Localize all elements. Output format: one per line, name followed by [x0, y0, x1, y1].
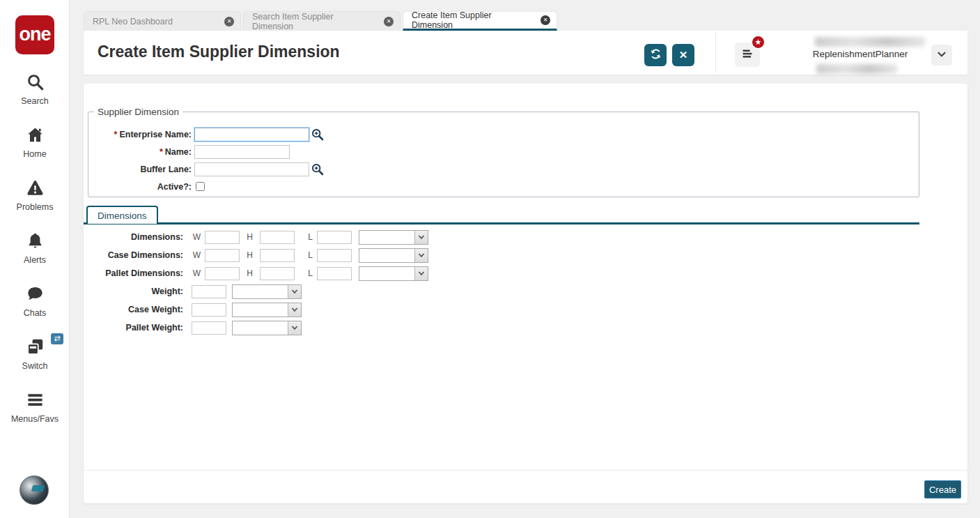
- dimensions-uom-select[interactable]: [359, 230, 428, 245]
- case-weight-label: Case Weight:: [84, 305, 183, 314]
- dimensions-height-input[interactable]: [260, 231, 295, 244]
- pallet-dimensions-length-input[interactable]: [317, 267, 352, 280]
- sidebar-item-alerts[interactable]: Alerts: [0, 231, 70, 265]
- case-dimensions-length-input[interactable]: [317, 249, 352, 262]
- tab-search-item-supplier-dimension[interactable]: Search Item Supplier Dimension ✕: [243, 11, 400, 31]
- width-axis-label: W: [192, 232, 201, 242]
- bell-icon: [26, 231, 45, 253]
- pallet-dimensions-label: Pallet Dimensions:: [84, 268, 183, 278]
- weight-label: Weight:: [84, 287, 183, 296]
- pallet-weight-uom-select[interactable]: [232, 321, 302, 335]
- buffer-lane-row: Buffer Lane:: [88, 162, 919, 176]
- width-axis-label: W: [192, 268, 201, 278]
- sidebar-item-label: Chats: [24, 308, 47, 318]
- select-value: [359, 249, 414, 262]
- height-axis-label: H: [245, 250, 254, 260]
- pallet-weight-input[interactable]: [192, 321, 226, 335]
- tab-label: RPL Neo Dashboard: [93, 17, 173, 26]
- page-header: Create Item Supplier Dimension ✕ ★ Reple…: [84, 31, 967, 75]
- home-icon: [26, 125, 45, 147]
- tab-underline: [84, 222, 919, 224]
- tab-label: Create Item Supplier Dimension: [412, 10, 531, 30]
- workspace-tabbar: RPL Neo Dashboard ✕ Search Item Supplier…: [84, 11, 559, 31]
- pallet-dimensions-uom-select[interactable]: [359, 266, 428, 281]
- tab-create-item-supplier-dimension[interactable]: Create Item Supplier Dimension ✕: [403, 11, 557, 31]
- sidebar-nav: Search Home Problems Alerts Chats: [0, 73, 70, 443]
- redacted-user-name: [815, 37, 925, 47]
- sidebar-item-label: Problems: [17, 202, 54, 212]
- length-axis-label: L: [306, 250, 315, 260]
- dimensions-length-input[interactable]: [317, 231, 352, 244]
- sidebar-item-label: Switch: [22, 361, 48, 371]
- buffer-lane-lookup-magnifier-icon[interactable]: [311, 163, 324, 176]
- tab-close-icon[interactable]: ✕: [224, 17, 234, 26]
- page-title: Create Item Supplier Dimension: [98, 43, 340, 61]
- select-chevron-icon: [414, 267, 428, 280]
- pallet-dimensions-row: Pallet Dimensions: W H L: [84, 264, 919, 282]
- sidebar-item-chats[interactable]: Chats: [0, 284, 70, 318]
- tab-rpl-neo-dashboard[interactable]: RPL Neo Dashboard ✕: [84, 11, 241, 31]
- sidebar-item-switch[interactable]: Switch ⇄: [0, 337, 70, 371]
- tab-close-icon[interactable]: ✕: [540, 15, 550, 25]
- case-dimensions-height-input[interactable]: [260, 249, 295, 262]
- chevron-down-icon: [935, 48, 948, 63]
- dimensions-tab-label: Dimensions: [98, 211, 147, 221]
- active-checkbox[interactable]: [196, 182, 205, 191]
- select-chevron-icon: [414, 231, 428, 244]
- supplier-dimension-legend: Supplier Dimension: [94, 107, 182, 117]
- required-marker: *: [114, 130, 118, 139]
- case-dimensions-uom-select[interactable]: [359, 248, 428, 263]
- name-label: *Name:: [88, 147, 192, 157]
- tab-close-icon[interactable]: ✕: [384, 17, 394, 26]
- height-axis-label: H: [245, 232, 254, 242]
- enterprise-name-input[interactable]: [194, 128, 309, 142]
- enterprise-lookup-magnifier-icon[interactable]: [311, 128, 324, 141]
- dimensions-width-input[interactable]: [205, 231, 240, 244]
- case-dimensions-width-input[interactable]: [205, 249, 240, 262]
- ai-assistant-avatar-icon[interactable]: [20, 475, 49, 505]
- enterprise-name-row: *Enterprise Name:: [88, 127, 919, 142]
- user-menu-dropdown-button[interactable]: [931, 45, 952, 66]
- sidebar-item-label: Alerts: [24, 255, 46, 265]
- tab-label: Search Item Supplier Dimension: [252, 12, 374, 31]
- weight-input[interactable]: [192, 285, 226, 298]
- refresh-button[interactable]: [644, 44, 667, 66]
- pallet-dimensions-width-input[interactable]: [205, 267, 240, 280]
- name-input[interactable]: [194, 145, 290, 159]
- star-badge-icon: ★: [751, 35, 765, 49]
- refresh-icon: [649, 47, 662, 63]
- select-chevron-icon: [288, 303, 301, 317]
- active-label: Active?:: [88, 182, 192, 192]
- weight-uom-select[interactable]: [232, 284, 302, 299]
- close-page-button[interactable]: ✕: [672, 44, 694, 66]
- dimensions-form: Dimensions: W H L Case Dimensions: W H L: [84, 228, 919, 337]
- sidebar-item-home[interactable]: Home: [0, 125, 70, 159]
- one-logo[interactable]: one: [15, 15, 54, 54]
- buffer-lane-input[interactable]: [194, 162, 309, 176]
- sidebar: one Search Home Problems Alerts: [0, 0, 70, 518]
- user-role-label: ReplenishmentPlanner: [794, 49, 926, 59]
- name-row: *Name:: [88, 144, 919, 159]
- sidebar-item-search[interactable]: Search: [0, 73, 70, 106]
- swap-arrows-badge-icon[interactable]: ⇄: [51, 333, 63, 344]
- chat-bubble-icon: [26, 284, 45, 306]
- case-weight-uom-select[interactable]: [232, 303, 302, 317]
- case-weight-row: Case Weight:: [84, 300, 919, 319]
- case-weight-input[interactable]: [192, 303, 226, 317]
- tab-dimensions[interactable]: Dimensions: [86, 206, 158, 224]
- close-icon: ✕: [679, 49, 688, 61]
- search-icon: [26, 73, 45, 94]
- enterprise-name-label: *Enterprise Name:: [88, 130, 192, 139]
- pallet-weight-row: Pallet Weight:: [84, 319, 919, 337]
- dimensions-row: Dimensions: W H L: [84, 228, 919, 246]
- redacted-user-org: [816, 64, 897, 74]
- height-axis-label: H: [245, 268, 254, 278]
- pallet-dimensions-height-input[interactable]: [260, 267, 295, 280]
- select-value: [359, 267, 414, 280]
- width-axis-label: W: [192, 250, 201, 260]
- sidebar-item-problems[interactable]: Problems: [0, 178, 70, 212]
- sidebar-item-label: Search: [21, 96, 49, 106]
- create-button[interactable]: Create: [924, 480, 961, 498]
- pallet-weight-label: Pallet Weight:: [84, 323, 183, 333]
- sidebar-item-menus-favs[interactable]: Menus/Favs: [0, 390, 70, 424]
